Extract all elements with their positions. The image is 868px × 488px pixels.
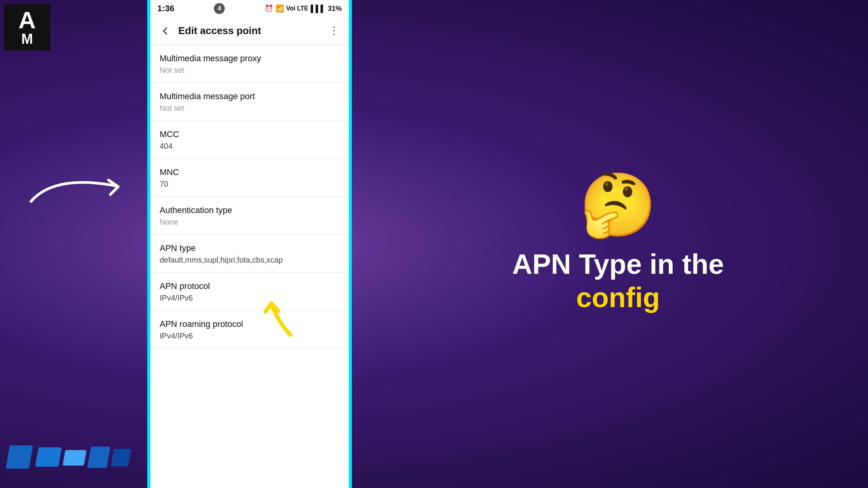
settings-item-6[interactable]: APN protocolIPv4/IPv6 [150, 273, 349, 311]
deco-bar-1 [6, 445, 33, 469]
item-title-3: MNC [160, 167, 339, 177]
cyan-border-right [349, 0, 352, 488]
settings-list: Multimedia message proxyNot setMultimedi… [150, 45, 349, 488]
deco-shapes [0, 403, 147, 480]
cyan-border-left [147, 0, 150, 488]
item-title-0: Multimedia message proxy [160, 53, 339, 64]
settings-item-2[interactable]: MCC404 [150, 121, 349, 159]
battery-text: 31% [328, 5, 342, 13]
item-value-1: Not set [160, 104, 339, 113]
item-title-7: APN roaming protocol [160, 319, 339, 329]
back-button[interactable] [157, 22, 174, 40]
status-bar: 1:36 4 ⏰ 📶 Voi LTE ▌▌▌ 31% [150, 0, 349, 17]
item-value-2: 404 [160, 142, 339, 151]
app-bar: Edit access point ⋮ [150, 17, 349, 45]
settings-item-0[interactable]: Multimedia message proxyNot set [150, 45, 349, 83]
side-headline: APN Type in the config [512, 247, 724, 314]
side-text-line1: APN Type in the [512, 249, 724, 280]
status-time: 1:36 [157, 3, 174, 14]
alarm-icon: ⏰ [265, 4, 273, 13]
logo-a: A [19, 8, 36, 32]
settings-item-5[interactable]: APN typedefault,mms,supl,hipri,fota,cbs,… [150, 235, 349, 273]
status-right: ⏰ 📶 Voi LTE ▌▌▌ 31% [265, 4, 342, 13]
notification-count: 4 [214, 3, 225, 14]
item-title-6: APN protocol [160, 281, 339, 291]
item-title-5: APN type [160, 243, 339, 253]
deco-bar-5 [111, 449, 131, 466]
signal-bars-icon: ▌▌▌ [311, 5, 326, 13]
page-title: Edit access point [178, 25, 321, 37]
item-title-1: Multimedia message port [160, 91, 339, 101]
yellow-arrow [264, 292, 298, 340]
settings-item-7[interactable]: APN roaming protocolIPv4/IPv6 [150, 311, 349, 349]
item-value-5: default,mms,supl,hipri,fota,cbs,xcap [160, 256, 339, 265]
more-options-button[interactable]: ⋮ [326, 22, 343, 40]
signal-text: Voi LTE [286, 5, 308, 12]
arrow [23, 167, 132, 215]
settings-item-3[interactable]: MNC70 [150, 159, 349, 197]
side-text-line2: config [576, 282, 660, 313]
phone-screen: 1:36 4 ⏰ 📶 Voi LTE ▌▌▌ 31% Edit access p… [150, 0, 349, 488]
deco-bar-3 [62, 450, 86, 466]
item-title-2: MCC [160, 129, 339, 139]
wifi-icon: 📶 [276, 4, 284, 13]
thinking-emoji: 🤔 [579, 174, 657, 236]
right-panel: 🤔 APN Type in the config [368, 0, 868, 488]
settings-item-4[interactable]: Authentication typeNone [150, 197, 349, 235]
settings-item-1[interactable]: Multimedia message portNot set [150, 83, 349, 121]
item-value-3: 70 [160, 180, 339, 189]
logo: A M [4, 4, 50, 50]
item-value-0: Not set [160, 66, 339, 75]
item-title-4: Authentication type [160, 205, 339, 215]
item-value-7: IPv4/IPv6 [160, 332, 339, 340]
deco-bar-4 [87, 447, 110, 468]
deco-bar-2 [35, 447, 62, 467]
item-value-4: None [160, 218, 339, 227]
logo-m: M [19, 32, 36, 46]
item-value-6: IPv4/IPv6 [160, 294, 339, 302]
